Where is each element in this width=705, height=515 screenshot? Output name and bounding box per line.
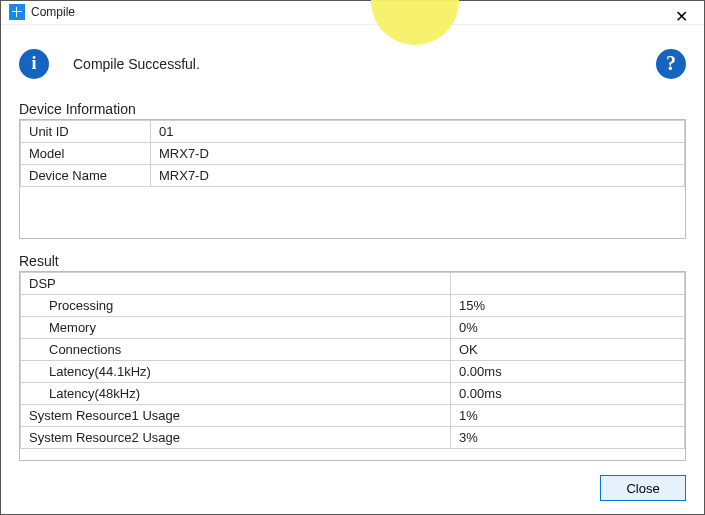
dialog-window: Compile ✕ i Compile Successful. ? Device… [0,0,705,515]
window-title: Compile [31,5,75,19]
result-value: 3% [451,426,685,448]
device-info-box: Unit ID 01 Model MRX7-D Device Name MRX7… [19,119,686,239]
result-box: DSP Processing 15% Memory 0% Connections… [19,271,686,461]
close-button[interactable]: Close [600,475,686,501]
result-value: 0.00ms [451,360,685,382]
result-label: Processing [21,294,451,316]
table-row: Memory 0% [21,316,685,338]
table-row: Latency(48kHz) 0.00ms [21,382,685,404]
result-label: Memory [21,316,451,338]
footer: Close [1,473,704,514]
device-label: Device Name [21,164,151,186]
device-label: Model [21,142,151,164]
dsp-group-label: DSP [21,272,451,294]
result-value: 0% [451,316,685,338]
status-message: Compile Successful. [73,56,200,72]
titlebar: Compile ✕ [1,1,704,25]
table-row: Device Name MRX7-D [21,164,685,186]
info-icon: i [19,49,49,79]
result-label: Latency(48kHz) [21,382,451,404]
result-value: 1% [451,404,685,426]
device-info-table: Unit ID 01 Model MRX7-D Device Name MRX7… [20,120,685,187]
device-value: MRX7-D [151,164,685,186]
result-value: 15% [451,294,685,316]
content-area: i Compile Successful. ? Device Informati… [1,25,704,473]
result-value: OK [451,338,685,360]
help-icon: ? [666,52,676,75]
device-info-title: Device Information [19,101,686,117]
table-row: Latency(44.1kHz) 0.00ms [21,360,685,382]
device-value: 01 [151,120,685,142]
device-value: MRX7-D [151,142,685,164]
status-row: i Compile Successful. ? [19,41,686,87]
result-label: Connections [21,338,451,360]
result-title: Result [19,253,686,269]
app-icon [9,4,25,20]
table-row: Processing 15% [21,294,685,316]
table-row: Model MRX7-D [21,142,685,164]
result-table: DSP Processing 15% Memory 0% Connections… [20,272,685,449]
table-row: DSP [21,272,685,294]
help-button[interactable]: ? [656,49,686,79]
result-label: System Resource2 Usage [21,426,451,448]
result-value: 0.00ms [451,382,685,404]
result-label: System Resource1 Usage [21,404,451,426]
table-row: System Resource1 Usage 1% [21,404,685,426]
close-icon: ✕ [675,7,688,26]
table-row: Unit ID 01 [21,120,685,142]
table-row: System Resource2 Usage 3% [21,426,685,448]
dsp-group-value [451,272,685,294]
device-label: Unit ID [21,120,151,142]
table-row: Connections OK [21,338,685,360]
result-label: Latency(44.1kHz) [21,360,451,382]
